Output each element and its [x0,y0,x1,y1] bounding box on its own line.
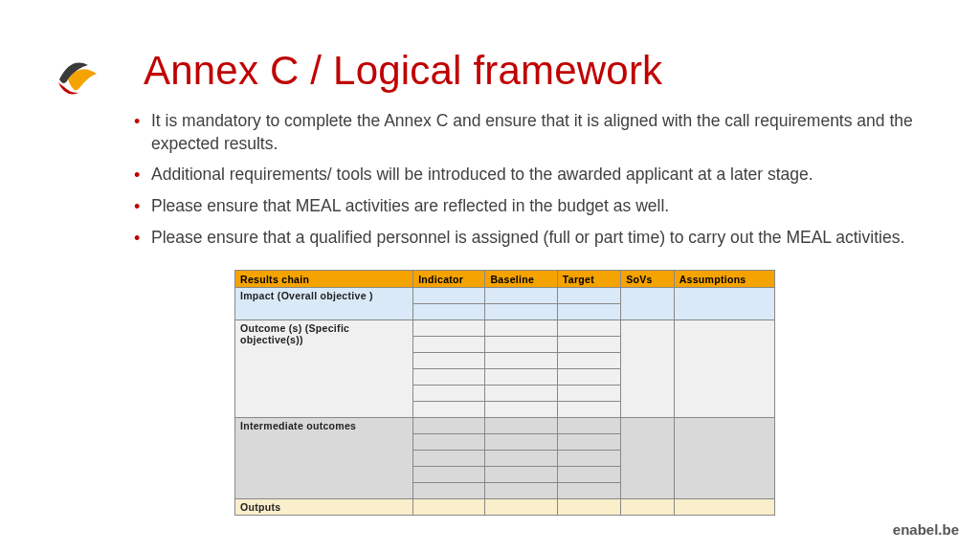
cell-target [557,483,620,499]
cell-indicator [413,320,485,337]
cell-indicator [413,369,485,386]
cell-target [557,418,620,434]
cell-baseline [485,353,557,369]
cell-baseline [485,288,557,304]
enabel-logo [48,48,105,105]
header-target: Target [557,271,620,288]
cell-indicator [413,467,485,483]
cell-target [557,434,620,451]
cell-target [557,402,620,418]
cell-assumptions [674,288,774,320]
cell-assumptions [674,499,774,516]
cell-baseline [485,337,557,353]
cell-target [557,386,620,402]
bullet-item: Additional requirements/ tools will be i… [134,164,942,187]
header-assumptions: Assumptions [674,271,774,288]
cell-indicator [413,451,485,467]
header-sovs: SoVs [621,271,674,288]
header-indicator: Indicator [413,271,485,288]
cell-indicator [413,353,485,369]
cell-baseline [485,467,557,483]
table-row: Outputs [235,499,775,516]
section-label: Impact (Overall objective ) [235,288,413,320]
page-title: Annex C / Logical framework [144,48,662,94]
cell-indicator [413,304,485,320]
cell-indicator [413,434,485,451]
footer-link: enabel.be [893,521,959,538]
table-row: Outcome (s) (Specific objective(s)) [235,320,775,337]
cell-baseline [485,434,557,451]
cell-target [557,451,620,467]
cell-baseline [485,369,557,386]
cell-indicator [413,402,485,418]
section-label: Outputs [235,499,413,516]
bullet-item: Please ensure that a qualified personnel… [134,227,942,250]
cell-indicator [413,337,485,353]
section-label: Intermediate outcomes [235,418,413,499]
cell-baseline [485,499,557,516]
cell-sovs [621,320,674,418]
cell-assumptions [674,320,774,418]
cell-sovs [621,418,674,499]
cell-target [557,353,620,369]
cell-indicator [413,418,485,434]
cell-target [557,320,620,337]
cell-target [557,304,620,320]
logframe-table: Results chain Indicator Baseline Target … [234,270,775,516]
cell-baseline [485,483,557,499]
bullet-list: It is mandatory to complete the Annex C … [134,110,942,257]
cell-baseline [485,418,557,434]
cell-baseline [485,451,557,467]
bullet-item: It is mandatory to complete the Annex C … [134,110,942,155]
cell-target [557,369,620,386]
section-label: Outcome (s) (Specific objective(s)) [235,320,413,418]
table-row: Intermediate outcomes [235,418,775,434]
cell-assumptions [674,418,774,499]
cell-target [557,288,620,304]
cell-baseline [485,402,557,418]
cell-target [557,467,620,483]
cell-baseline [485,320,557,337]
header-results-chain: Results chain [235,271,413,288]
header-baseline: Baseline [485,271,557,288]
cell-target [557,499,620,516]
cell-indicator [413,499,485,516]
cell-sovs [621,499,674,516]
cell-indicator [413,483,485,499]
cell-sovs [621,288,674,320]
cell-target [557,337,620,353]
cell-indicator [413,386,485,402]
cell-baseline [485,304,557,320]
cell-indicator [413,288,485,304]
cell-baseline [485,386,557,402]
table-row: Impact (Overall objective ) [235,288,775,304]
bullet-item: Please ensure that MEAL activities are r… [134,195,942,218]
table-header-row: Results chain Indicator Baseline Target … [235,271,775,288]
